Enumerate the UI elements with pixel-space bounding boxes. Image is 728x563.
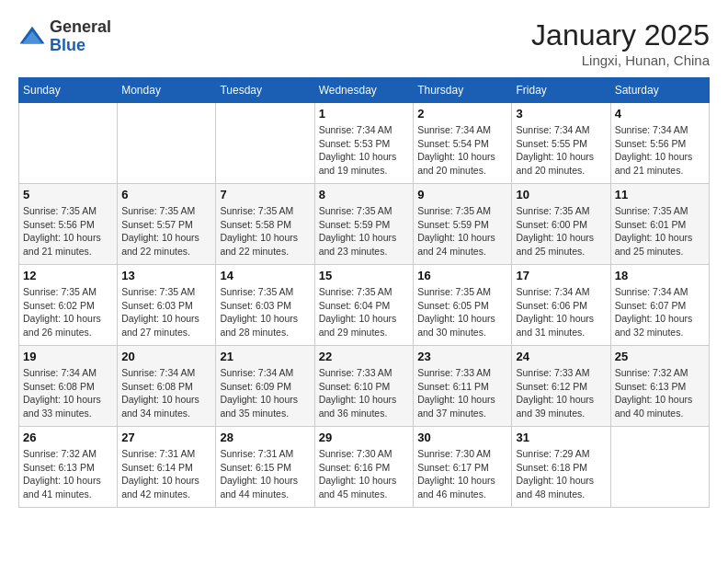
day-number: 20 xyxy=(121,350,211,363)
day-cell: 3Sunrise: 7:34 AM Sunset: 5:55 PM Daylig… xyxy=(512,103,610,184)
day-number: 27 xyxy=(121,431,211,444)
day-number: 21 xyxy=(220,350,310,363)
day-info: Sunrise: 7:31 AM Sunset: 6:15 PM Dayligh… xyxy=(220,447,310,501)
day-info: Sunrise: 7:34 AM Sunset: 6:06 PM Dayligh… xyxy=(516,285,606,339)
day-cell: 29Sunrise: 7:30 AM Sunset: 6:16 PM Dayli… xyxy=(314,427,414,508)
weekday-header-row: SundayMondayTuesdayWednesdayThursdayFrid… xyxy=(19,78,710,103)
day-info: Sunrise: 7:32 AM Sunset: 6:13 PM Dayligh… xyxy=(23,447,113,501)
day-number: 25 xyxy=(615,350,705,363)
day-cell: 1Sunrise: 7:34 AM Sunset: 5:53 PM Daylig… xyxy=(314,103,414,184)
location: Lingxi, Hunan, China xyxy=(531,52,710,68)
day-cell: 20Sunrise: 7:34 AM Sunset: 6:08 PM Dayli… xyxy=(118,346,216,427)
day-cell: 17Sunrise: 7:34 AM Sunset: 6:06 PM Dayli… xyxy=(512,265,610,346)
day-number: 13 xyxy=(121,269,211,282)
page-header: General Blue January 2025 Lingxi, Hunan,… xyxy=(18,18,710,68)
day-info: Sunrise: 7:35 AM Sunset: 6:01 PM Dayligh… xyxy=(615,204,705,259)
day-info: Sunrise: 7:35 AM Sunset: 6:03 PM Dayligh… xyxy=(220,285,310,339)
day-number: 17 xyxy=(516,269,606,282)
day-cell: 25Sunrise: 7:32 AM Sunset: 6:13 PM Dayli… xyxy=(610,346,709,427)
day-info: Sunrise: 7:35 AM Sunset: 5:56 PM Dayligh… xyxy=(23,204,113,259)
day-number: 15 xyxy=(319,269,410,282)
logo-text: General Blue xyxy=(50,18,111,55)
day-cell: 14Sunrise: 7:35 AM Sunset: 6:03 PM Dayli… xyxy=(216,265,314,346)
day-info: Sunrise: 7:33 AM Sunset: 6:10 PM Dayligh… xyxy=(319,366,410,420)
day-number: 12 xyxy=(23,269,113,282)
day-info: Sunrise: 7:31 AM Sunset: 6:14 PM Dayligh… xyxy=(121,447,211,501)
day-number: 11 xyxy=(615,188,705,201)
day-info: Sunrise: 7:34 AM Sunset: 6:08 PM Dayligh… xyxy=(23,366,113,420)
day-number: 24 xyxy=(516,350,606,363)
day-number: 10 xyxy=(516,188,606,201)
weekday-header-wednesday: Wednesday xyxy=(314,78,414,103)
day-number: 3 xyxy=(516,107,606,121)
day-info: Sunrise: 7:35 AM Sunset: 5:57 PM Dayligh… xyxy=(121,204,211,259)
day-number: 30 xyxy=(417,431,507,444)
day-cell: 9Sunrise: 7:35 AM Sunset: 5:59 PM Daylig… xyxy=(414,184,512,265)
day-cell: 19Sunrise: 7:34 AM Sunset: 6:08 PM Dayli… xyxy=(19,346,118,427)
day-cell: 4Sunrise: 7:34 AM Sunset: 5:56 PM Daylig… xyxy=(610,103,709,184)
day-number: 1 xyxy=(319,107,410,121)
day-cell: 28Sunrise: 7:31 AM Sunset: 6:15 PM Dayli… xyxy=(216,427,314,508)
day-number: 26 xyxy=(23,431,113,444)
day-cell: 23Sunrise: 7:33 AM Sunset: 6:11 PM Dayli… xyxy=(414,346,512,427)
day-cell: 21Sunrise: 7:34 AM Sunset: 6:09 PM Dayli… xyxy=(216,346,314,427)
weekday-header-friday: Friday xyxy=(512,78,610,103)
day-cell: 11Sunrise: 7:35 AM Sunset: 6:01 PM Dayli… xyxy=(610,184,709,265)
weekday-header-saturday: Saturday xyxy=(610,78,709,103)
day-info: Sunrise: 7:29 AM Sunset: 6:18 PM Dayligh… xyxy=(516,447,606,501)
day-cell: 6Sunrise: 7:35 AM Sunset: 5:57 PM Daylig… xyxy=(118,184,216,265)
day-cell: 8Sunrise: 7:35 AM Sunset: 5:59 PM Daylig… xyxy=(314,184,414,265)
day-cell: 16Sunrise: 7:35 AM Sunset: 6:05 PM Dayli… xyxy=(414,265,512,346)
day-info: Sunrise: 7:35 AM Sunset: 6:04 PM Dayligh… xyxy=(319,285,410,339)
day-number: 22 xyxy=(319,350,410,363)
week-row-4: 26Sunrise: 7:32 AM Sunset: 6:13 PM Dayli… xyxy=(19,427,710,508)
day-cell: 7Sunrise: 7:35 AM Sunset: 5:58 PM Daylig… xyxy=(216,184,314,265)
day-cell xyxy=(610,427,709,508)
day-cell: 13Sunrise: 7:35 AM Sunset: 6:03 PM Dayli… xyxy=(118,265,216,346)
day-info: Sunrise: 7:35 AM Sunset: 5:58 PM Dayligh… xyxy=(220,204,310,259)
day-cell: 27Sunrise: 7:31 AM Sunset: 6:14 PM Dayli… xyxy=(118,427,216,508)
week-row-3: 19Sunrise: 7:34 AM Sunset: 6:08 PM Dayli… xyxy=(19,346,710,427)
day-cell: 31Sunrise: 7:29 AM Sunset: 6:18 PM Dayli… xyxy=(512,427,610,508)
day-info: Sunrise: 7:34 AM Sunset: 5:55 PM Dayligh… xyxy=(516,123,606,178)
day-cell: 26Sunrise: 7:32 AM Sunset: 6:13 PM Dayli… xyxy=(19,427,118,508)
week-row-2: 12Sunrise: 7:35 AM Sunset: 6:02 PM Dayli… xyxy=(19,265,710,346)
day-cell: 2Sunrise: 7:34 AM Sunset: 5:54 PM Daylig… xyxy=(414,103,512,184)
day-number: 5 xyxy=(23,188,113,201)
weekday-header-tuesday: Tuesday xyxy=(216,78,314,103)
day-cell: 18Sunrise: 7:34 AM Sunset: 6:07 PM Dayli… xyxy=(610,265,709,346)
day-number: 28 xyxy=(220,431,310,444)
day-number: 7 xyxy=(220,188,310,201)
day-info: Sunrise: 7:30 AM Sunset: 6:17 PM Dayligh… xyxy=(417,447,507,501)
day-number: 2 xyxy=(417,107,507,121)
week-row-0: 1Sunrise: 7:34 AM Sunset: 5:53 PM Daylig… xyxy=(19,103,710,184)
day-info: Sunrise: 7:34 AM Sunset: 5:53 PM Dayligh… xyxy=(319,123,410,178)
day-cell: 15Sunrise: 7:35 AM Sunset: 6:04 PM Dayli… xyxy=(314,265,414,346)
day-number: 9 xyxy=(417,188,507,201)
day-number: 29 xyxy=(319,431,410,444)
day-cell xyxy=(19,103,118,184)
day-info: Sunrise: 7:33 AM Sunset: 6:12 PM Dayligh… xyxy=(516,366,606,420)
day-info: Sunrise: 7:35 AM Sunset: 5:59 PM Dayligh… xyxy=(417,204,507,259)
title-block: January 2025 Lingxi, Hunan, China xyxy=(531,18,710,68)
day-number: 18 xyxy=(615,269,705,282)
logo: General Blue xyxy=(18,18,111,55)
day-info: Sunrise: 7:30 AM Sunset: 6:16 PM Dayligh… xyxy=(319,447,410,501)
month-year: January 2025 xyxy=(531,18,710,52)
calendar-table: SundayMondayTuesdayWednesdayThursdayFrid… xyxy=(18,77,710,508)
day-number: 23 xyxy=(417,350,507,363)
day-info: Sunrise: 7:35 AM Sunset: 6:05 PM Dayligh… xyxy=(417,285,507,339)
day-cell: 5Sunrise: 7:35 AM Sunset: 5:56 PM Daylig… xyxy=(19,184,118,265)
day-number: 4 xyxy=(615,107,705,121)
day-number: 16 xyxy=(417,269,507,282)
day-cell: 30Sunrise: 7:30 AM Sunset: 6:17 PM Dayli… xyxy=(414,427,512,508)
day-number: 19 xyxy=(23,350,113,363)
day-info: Sunrise: 7:35 AM Sunset: 6:02 PM Dayligh… xyxy=(23,285,113,339)
day-info: Sunrise: 7:35 AM Sunset: 6:03 PM Dayligh… xyxy=(121,285,211,339)
day-info: Sunrise: 7:35 AM Sunset: 6:00 PM Dayligh… xyxy=(516,204,606,259)
day-cell xyxy=(118,103,216,184)
day-cell xyxy=(216,103,314,184)
weekday-header-thursday: Thursday xyxy=(414,78,512,103)
day-number: 6 xyxy=(121,188,211,201)
day-cell: 10Sunrise: 7:35 AM Sunset: 6:00 PM Dayli… xyxy=(512,184,610,265)
